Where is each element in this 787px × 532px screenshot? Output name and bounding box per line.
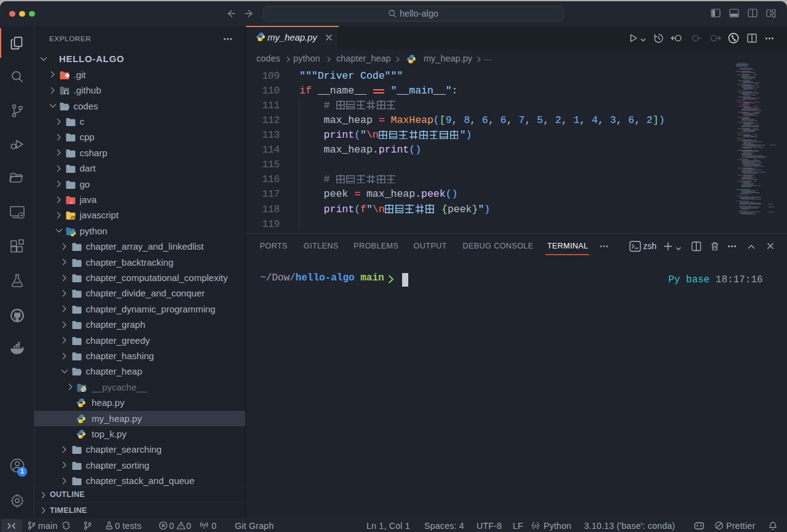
- svg-text:JS: JS: [70, 215, 76, 220]
